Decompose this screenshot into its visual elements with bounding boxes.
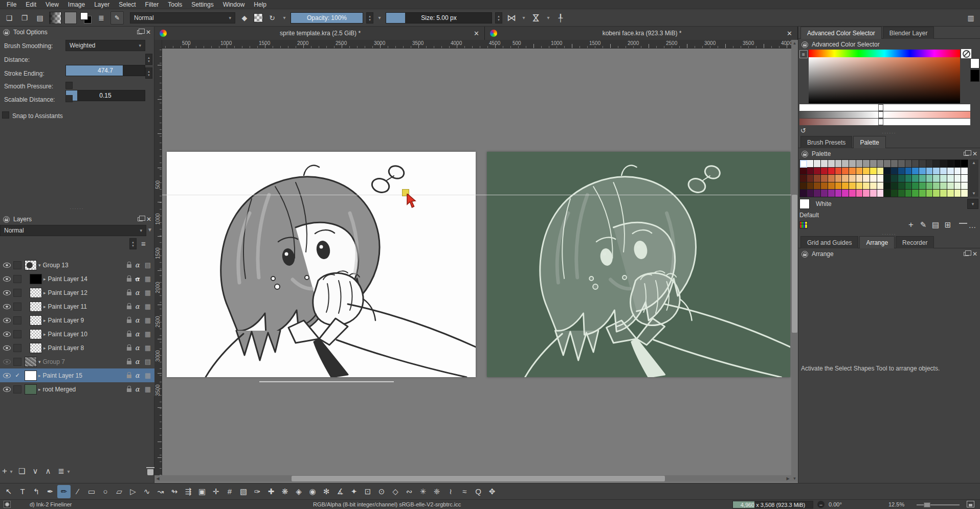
tool-select-shapes[interactable]: ↖ <box>2 485 15 498</box>
palette-swatch[interactable] <box>807 182 814 190</box>
palette-swatch[interactable] <box>933 175 940 182</box>
tool-freehand-select[interactable]: ∾ <box>403 485 416 498</box>
palette-swatch[interactable] <box>807 168 814 175</box>
palette-swatch[interactable] <box>828 182 835 190</box>
layer-select-state[interactable] <box>13 385 21 394</box>
menu-help[interactable]: Help <box>249 0 271 9</box>
no-color-chip[interactable] <box>961 49 971 58</box>
inherit-alpha-icon[interactable]: ▦ <box>143 330 152 338</box>
blending-mode-select[interactable]: Normal ▾ <box>130 12 235 24</box>
palette-swatch[interactable] <box>954 175 962 182</box>
visibility-eye-icon[interactable] <box>3 345 11 351</box>
zoom-slider-handle[interactable] <box>924 502 930 507</box>
scroll-down-icon[interactable]: ▼ <box>969 190 978 197</box>
float-docker-icon[interactable] <box>964 152 969 156</box>
palette-swatch[interactable] <box>877 190 884 197</box>
palette-swatch[interactable] <box>919 182 926 190</box>
palette-swatch[interactable] <box>842 168 849 175</box>
lock-icon[interactable] <box>127 333 131 337</box>
visibility-eye-icon[interactable] <box>3 263 11 268</box>
edit-swatch-button[interactable]: ✎ <box>917 220 929 229</box>
lock-docker-icon[interactable] <box>3 29 10 36</box>
palette-swatch[interactable] <box>877 182 884 190</box>
dock-splitter[interactable] <box>0 206 154 211</box>
close-docker-icon[interactable]: ✕ <box>146 216 151 223</box>
palette-view-button[interactable]: ⊞ <box>942 220 954 229</box>
zoom-slider[interactable] <box>917 504 960 505</box>
palette-swatch[interactable] <box>870 190 877 197</box>
open-document-button[interactable]: ❐ <box>18 12 31 24</box>
palette-swatch[interactable] <box>891 160 898 168</box>
layer-select-state[interactable] <box>13 261 21 269</box>
palette-swatch[interactable] <box>912 168 919 175</box>
scrollbar-handle[interactable] <box>792 195 797 333</box>
inherit-alpha-icon[interactable]: ▦ <box>143 372 152 379</box>
palette-swatch[interactable] <box>835 168 842 175</box>
palette-swatch[interactable] <box>933 190 940 197</box>
layer-select-state[interactable] <box>13 330 21 338</box>
palette-swatch[interactable] <box>870 160 877 168</box>
palette-swatch[interactable] <box>863 190 870 197</box>
palette-swatch[interactable] <box>807 175 814 182</box>
palette-swatch[interactable] <box>800 190 807 197</box>
menu-settings[interactable]: Settings <box>187 0 218 9</box>
expander-icon[interactable]: ▸ <box>43 318 46 323</box>
scroll-down-icon[interactable]: ▼ <box>791 475 798 482</box>
layer-opacity-spinner[interactable]: ▴▾ <box>129 238 137 249</box>
palette-swatch[interactable] <box>835 175 842 182</box>
palette-swatch[interactable] <box>933 160 940 168</box>
menu-select[interactable]: Select <box>114 0 140 9</box>
visibility-eye-icon[interactable] <box>3 387 11 392</box>
tool-bezier-select[interactable]: ≀ <box>444 485 457 498</box>
palette-swatch[interactable] <box>926 175 933 182</box>
alpha-lock-icon[interactable]: α <box>133 289 141 296</box>
palette-swatch[interactable] <box>870 182 877 190</box>
close-docker-icon[interactable]: ✕ <box>972 250 977 258</box>
layer-select-state[interactable] <box>13 344 21 352</box>
palette-swatch[interactable] <box>814 168 821 175</box>
palette-swatch[interactable] <box>828 190 835 197</box>
save-palette-button[interactable]: ▤ <box>929 220 942 229</box>
brush-smoothing-select[interactable]: Weighted▾ <box>65 40 145 51</box>
mirror-vertical-icon[interactable]: ⋈ <box>530 12 542 24</box>
snap-to-assistants-checkbox[interactable] <box>2 111 9 119</box>
tool-ellipse[interactable]: ○ <box>99 485 112 498</box>
inherit-alpha-icon[interactable]: ▦ <box>143 275 152 283</box>
layer-row-paint-layer-12[interactable]: ▸Paint Layer 12α▦ <box>0 286 154 299</box>
lock-icon[interactable] <box>127 347 131 351</box>
visibility-eye-icon[interactable] <box>3 290 11 295</box>
visibility-eye-icon[interactable] <box>3 359 11 364</box>
chevron-down-icon[interactable]: ▾ <box>376 15 383 20</box>
background-color-swatch[interactable] <box>970 70 979 82</box>
distance-slider[interactable]: 474.7 <box>65 65 145 76</box>
palette-swatch[interactable] <box>961 190 968 197</box>
palette-swatch[interactable] <box>800 182 807 190</box>
tool-edit-shapes[interactable]: ↰ <box>30 485 43 498</box>
visibility-eye-icon[interactable] <box>3 332 11 337</box>
saturation-value-square[interactable] <box>809 57 960 103</box>
scroll-up-icon[interactable]: ▲ <box>791 40 798 47</box>
palette-swatch[interactable] <box>933 182 940 190</box>
tool-dynamic-brush[interactable]: ↬ <box>168 485 181 498</box>
tool-move[interactable]: ✛ <box>209 485 222 498</box>
tool-pan[interactable]: ✥ <box>485 485 499 498</box>
alpha-lock-icon[interactable]: α <box>133 358 141 365</box>
lock-icon[interactable] <box>127 292 131 295</box>
menu-image[interactable]: Image <box>63 0 90 9</box>
tool-magnetic-select[interactable]: ≈ <box>458 485 471 498</box>
preserve-alpha-button[interactable] <box>254 13 263 22</box>
mirror-horizontal-icon[interactable]: ⋈ <box>505 12 518 24</box>
add-swatch-button[interactable]: + <box>905 220 917 230</box>
tool-bezier-curve[interactable]: ∿ <box>140 485 153 498</box>
palette-swatch[interactable] <box>954 182 962 190</box>
current-preset-icon[interactable] <box>4 501 11 508</box>
lock-docker-icon[interactable] <box>801 41 808 48</box>
palette-swatch[interactable] <box>828 160 835 168</box>
foreground-color-swatch[interactable] <box>970 58 979 68</box>
palette-swatch[interactable] <box>947 190 954 197</box>
add-layer-button[interactable]: + <box>2 466 7 476</box>
alpha-lock-icon[interactable]: α <box>133 303 141 310</box>
wrap-around-mode-icon[interactable]: ╀ <box>554 12 567 24</box>
chevron-down-icon[interactable]: ▾ <box>545 15 551 20</box>
layer-properties-button[interactable]: ≣ <box>58 467 64 476</box>
